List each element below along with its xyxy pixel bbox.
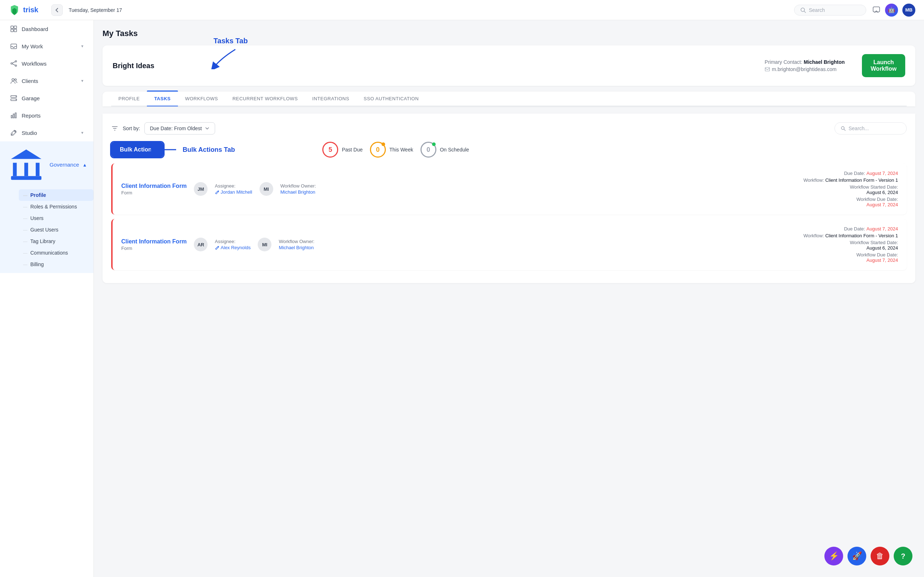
tab-sso[interactable]: SSO AUTHENTICATION	[357, 92, 426, 106]
sidebar-label-garage: Garage	[22, 95, 40, 102]
task-meta-2: Due Date: August 7, 2024 Workflow: Clien…	[803, 226, 898, 263]
svg-rect-6	[14, 29, 16, 32]
inbox-icon	[10, 43, 17, 50]
past-due-group: 5 Past Due	[322, 142, 363, 158]
sort-select[interactable]: Due Date: From Oldest	[144, 122, 215, 134]
filter-row: Sort by: Due Date: From Oldest Search...	[111, 122, 907, 134]
submenu-item-guest-users[interactable]: Guest Users	[19, 224, 94, 235]
owner-avatar-1: MI	[260, 182, 273, 196]
submenu-item-users[interactable]: Users	[19, 213, 94, 224]
fab-trash-button[interactable]: 🗑	[871, 547, 889, 566]
tab-workflows[interactable]: WORKFLOWS	[178, 92, 225, 106]
sidebar-item-workflows[interactable]: Workflows	[3, 56, 90, 71]
users-icon	[10, 77, 17, 84]
topbar-icons: 🤖 MB	[872, 3, 915, 16]
past-due-badge: 5	[322, 142, 338, 158]
user-avatar[interactable]: MB	[902, 3, 915, 16]
nav-toggle-button[interactable]	[51, 4, 63, 16]
logo-icon	[9, 4, 20, 16]
task-assignee-2: Assignee: Alex Reynolds	[215, 239, 250, 250]
tab-recurrent-workflows[interactable]: RECURRENT WORKFLOWS	[225, 92, 305, 106]
chat-icon[interactable]	[872, 6, 881, 15]
svg-rect-26	[36, 163, 40, 176]
task-owner-1: Workflow Owner: Michael Brighton	[281, 183, 316, 195]
global-search[interactable]: Search	[794, 5, 866, 16]
sidebar-label-reports: Reports	[22, 113, 41, 119]
sidebar-item-mywork[interactable]: My Work ▾	[3, 38, 90, 54]
filter-icon[interactable]	[111, 125, 118, 132]
task-assignee-1: Assignee: Jordan Mitchell	[215, 183, 252, 195]
chevron-down-icon	[205, 126, 210, 131]
svg-point-13	[12, 79, 14, 81]
sidebar-item-governance[interactable]: Governance ▴	[0, 141, 94, 188]
search-icon	[841, 126, 846, 131]
logo[interactable]: trisk	[9, 4, 38, 16]
chevron-up-icon: ▴	[83, 161, 86, 168]
sidebar-label-dashboard: Dashboard	[22, 26, 48, 32]
assignee-name-1: Jordan Mitchell	[215, 189, 252, 195]
task-search-placeholder: Search...	[848, 126, 869, 131]
submenu-item-roles[interactable]: Roles & Permissions	[19, 201, 94, 213]
assignee-name-2: Alex Reynolds	[215, 245, 250, 250]
assignee-info-1: Assignee: Jordan Mitchell	[215, 183, 252, 195]
bulk-actions-annotation: Bulk Actions Tab	[151, 144, 235, 155]
layout: Dashboard My Work ▾ Workflows	[0, 20, 924, 577]
svg-point-9	[15, 61, 16, 62]
task-search[interactable]: Search...	[835, 122, 907, 134]
sidebar-item-clients[interactable]: Clients ▾	[3, 73, 90, 89]
task-card: Client Information Form Form JM Assignee…	[111, 163, 907, 214]
status-badges: 5 Past Due 0 This Week 0	[322, 142, 469, 158]
sidebar: Dashboard My Work ▾ Workflows	[0, 20, 94, 577]
sidebar-item-garage[interactable]: Garage	[3, 90, 90, 106]
bulk-annotation-text: Bulk Actions Tab	[183, 146, 235, 154]
chevron-down-icon: ▾	[81, 130, 83, 135]
submenu-item-billing[interactable]: Billing	[19, 259, 94, 270]
svg-line-12	[12, 64, 15, 65]
task-title-1[interactable]: Client Information Form	[121, 183, 187, 189]
assignee-avatar-1: JM	[194, 182, 208, 196]
tab-profile[interactable]: PROFILE	[111, 92, 147, 106]
chevron-left-icon	[55, 8, 60, 13]
fab-help-button[interactable]: ?	[894, 547, 913, 566]
tab-integrations[interactable]: INTEGRATIONS	[305, 92, 357, 106]
sidebar-label-clients: Clients	[22, 78, 38, 84]
submenu-item-tag-library[interactable]: Tag Library	[19, 235, 94, 247]
dot-orange	[381, 142, 385, 146]
fab-rocket-button[interactable]: 🚀	[848, 547, 866, 566]
task-title-2[interactable]: Client Information Form	[121, 239, 187, 245]
sidebar-item-reports[interactable]: Reports	[3, 108, 90, 123]
bar-chart-icon	[10, 112, 17, 119]
fab-lightning-button[interactable]: ⚡	[824, 547, 843, 566]
tab-tasks[interactable]: TASKS	[147, 92, 178, 106]
primary-contact-name: Michael Brighton	[804, 59, 845, 65]
sidebar-label-governance: Governance	[50, 161, 79, 168]
svg-rect-23	[11, 176, 42, 180]
owner-avatar-2: MI	[258, 238, 271, 251]
task-meta-1: Due Date: August 7, 2024 Workflow: Clien…	[803, 171, 898, 207]
svg-point-8	[11, 63, 12, 64]
this-week-label: This Week	[389, 147, 413, 153]
launch-workflow-button[interactable]: LaunchWorkflow	[862, 54, 905, 77]
submenu-item-communications[interactable]: Communications	[19, 247, 94, 259]
landmark-icon	[7, 146, 45, 184]
tasks-tab-arrow	[210, 48, 246, 69]
grid-icon	[10, 25, 17, 32]
ai-avatar[interactable]: 🤖	[885, 3, 898, 16]
svg-rect-3	[11, 26, 13, 29]
sidebar-item-dashboard[interactable]: Dashboard	[3, 21, 90, 37]
server-icon	[10, 95, 17, 102]
submenu-item-profile[interactable]: Profile	[19, 189, 94, 201]
share-icon	[10, 60, 17, 67]
svg-line-1	[804, 11, 806, 13]
sidebar-label-mywork: My Work	[22, 43, 43, 49]
task-owner-2: Workflow Owner: Michael Brighton	[279, 239, 314, 250]
sidebar-item-studio[interactable]: Studio ▾	[3, 125, 90, 141]
logo-text: trisk	[23, 6, 38, 14]
email-icon	[765, 67, 770, 72]
main-content: My Tasks Bright Ideas Tasks Tab	[94, 20, 924, 577]
svg-point-17	[16, 96, 16, 97]
task-type-2: Form	[121, 246, 187, 251]
fab-container: ⚡ 🚀 🗑 ?	[824, 547, 913, 566]
client-tabs: PROFILE TASKS WORKFLOWS RECURRENT WORKFL…	[111, 92, 907, 106]
sidebar-label-workflows: Workflows	[22, 61, 47, 67]
